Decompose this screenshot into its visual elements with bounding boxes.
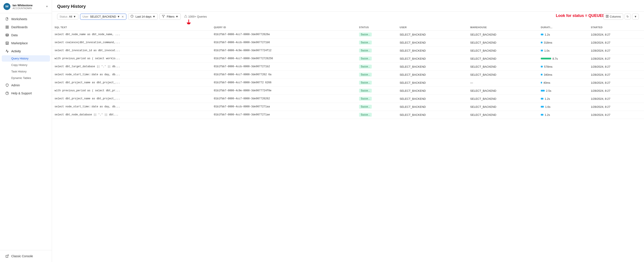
user-filter-label: User	[82, 15, 88, 18]
cell-user-1: SELECT_BACKEND	[397, 39, 468, 47]
page-header: Query History	[52, 0, 644, 12]
refresh-button[interactable]: ↻	[624, 14, 631, 20]
cell-sql-3: with previous_period as ( select worklo.…	[52, 55, 211, 63]
cell-status-6: Succe...	[356, 79, 397, 87]
table-row[interactable]: select coalesce(dbt_invocation_command,.…	[52, 39, 644, 47]
cell-started-10: 1/28/2024, 8:27	[588, 111, 644, 119]
cell-sql-6: select dbt_project_name as dbt_project_.…	[52, 79, 211, 87]
cell-query-id-2: 01b1fbb7-0000-4c9e-0000-3de9077724f12	[211, 47, 356, 55]
duration-value-9: 1.6s	[545, 105, 550, 108]
duration-bar-4	[541, 66, 543, 67]
table-row[interactable]: select dbt_project_name as dbt_project_.…	[52, 79, 644, 87]
clock-icon	[130, 15, 134, 19]
table-row[interactable]: with previous_period as ( select dbt_pr.…	[52, 87, 644, 95]
clear-user-filter-icon[interactable]: ✕	[122, 15, 124, 19]
status-badge-7: Succe...	[359, 89, 372, 93]
table-row[interactable]: select dbt_target_database || '.' || db.…	[52, 63, 644, 71]
cell-sql-4: select dbt_target_database || '.' || db.…	[52, 63, 211, 71]
cell-duration-4: 578ms	[538, 63, 588, 71]
cell-query-id-4: 01b1fbb7-0000-4ccb-0000-3de9077271b2	[211, 63, 356, 71]
time-filter-value: Last 14 days	[136, 15, 152, 18]
table-row[interactable]: select dbt_project_name as dbt_project_.…	[52, 95, 644, 103]
svg-rect-1	[6, 26, 7, 27]
chevron-down-icon: ▼	[117, 15, 120, 18]
cell-started-7: 1/28/2024, 8:27	[588, 87, 644, 95]
cell-duration-1: 318ms	[538, 39, 588, 47]
time-filter-button[interactable]: Last 14 days ▼	[128, 14, 158, 20]
status-badge-3: Succe...	[359, 57, 372, 61]
cell-started-4: 1/28/2024, 8:27	[588, 63, 644, 71]
status-badge-2: Succe...	[359, 49, 372, 53]
classic-console-label: Classic Console	[11, 254, 33, 258]
chevron-down-icon: ▼	[46, 5, 48, 8]
cell-started-6: 1/28/2024, 8:27	[588, 79, 644, 87]
grid-icon	[5, 25, 9, 29]
cell-duration-3: 8.7s	[538, 55, 588, 63]
cell-warehouse-7: SELECT_BACKEND	[468, 87, 538, 95]
cell-duration-10: 1.2s	[538, 111, 588, 119]
store-icon	[5, 41, 9, 45]
duration-bar-1	[541, 42, 542, 43]
sidebar-item-marketplace[interactable]: Marketplace	[2, 39, 50, 47]
sidebar-item-help[interactable]: Help & Support	[2, 89, 50, 97]
cell-duration-2: 1.0s	[538, 47, 588, 55]
cell-status-0: Succe...	[356, 31, 397, 39]
table-row[interactable]: select dbt_node_database || '.' || dbt..…	[52, 111, 644, 119]
sidebar-item-activity[interactable]: Activity	[2, 47, 50, 55]
sidebar-item-admin[interactable]: Admin	[2, 81, 50, 89]
cell-warehouse-2: SELECT_BACKEND	[468, 47, 538, 55]
cell-sql-5: select node_start_time::date as day, db.…	[52, 71, 211, 79]
sidebar-item-task-history[interactable]: Task History	[2, 68, 50, 75]
sidebar-footer: Classic Console	[0, 250, 52, 262]
task-history-label: Task History	[11, 70, 26, 73]
sidebar-item-worksheets[interactable]: Worksheets	[2, 15, 50, 23]
chevron-down-icon: ▼	[176, 15, 178, 18]
chevron-down-icon: ▼	[152, 15, 155, 18]
duration-bar-6	[541, 82, 542, 83]
status-filter-button[interactable]: Status All ▼	[57, 14, 78, 20]
duration-bar-2	[541, 50, 543, 51]
warning-icon	[184, 15, 187, 19]
svg-rect-3	[6, 27, 7, 28]
table-row[interactable]: select node_start_time::date as day, db.…	[52, 71, 644, 79]
sidebar: IW Ian Whitestone ACCOUNTADMIN ▼ Workshe…	[0, 0, 52, 262]
status-filter-value: All	[69, 15, 72, 18]
cell-status-2: Succe...	[356, 47, 397, 55]
duration-bar-9	[541, 106, 544, 107]
cell-status-10: Succe...	[356, 111, 397, 119]
duration-value-8: 1.2s	[545, 97, 550, 100]
cell-query-id-0: 01b1fbb7-0000-4cc7-0000-3de90772626e	[211, 31, 356, 39]
status-badge-1: Succe...	[359, 41, 372, 45]
filters-button[interactable]: Filters ▼	[160, 14, 181, 20]
sidebar-label-admin: Admin	[11, 83, 20, 87]
status-badge-5: Succe...	[359, 73, 372, 77]
cell-query-id-3: 01b1fbb7-0000-4cc7-0000-3de90772726256	[211, 55, 356, 63]
more-options-button[interactable]: ▼	[632, 14, 639, 20]
page-title: Query History	[57, 4, 639, 9]
table-row[interactable]: select dbt_invocation_id as dbt_invocat.…	[52, 47, 644, 55]
table-row[interactable]: with previous_period as ( select worklo.…	[52, 55, 644, 63]
sidebar-item-copy-history[interactable]: Copy History	[2, 62, 50, 68]
sidebar-item-dashboards[interactable]: Dashboards	[2, 23, 50, 31]
sidebar-item-data[interactable]: Data	[2, 31, 50, 39]
duration-bar-10	[541, 114, 544, 116]
user-menu[interactable]: IW Ian Whitestone ACCOUNTADMIN ▼	[0, 0, 52, 13]
col-header-query-id: QUERY ID	[211, 24, 356, 31]
status-filter-label: Status	[60, 15, 68, 18]
table-row[interactable]: select dbt_node_name as dbt_node_name, .…	[52, 31, 644, 39]
cell-warehouse-3: SELECT_BACKEND	[468, 55, 538, 63]
cell-started-3: 1/28/2024, 8:27	[588, 55, 644, 63]
user-filter-button[interactable]: User SELECT_BACKEND ▼ ✕	[80, 14, 126, 20]
query-history-table-container: SQL TEXT QUERY ID STATUS USER WAREHOUSE …	[52, 24, 644, 262]
sidebar-label-marketplace: Marketplace	[11, 41, 28, 45]
toolbar-right: Columns ↻ ▼	[603, 14, 639, 20]
status-badge-6: Succe...	[359, 81, 372, 85]
cell-warehouse-9: SELECT_BACKEND	[468, 103, 538, 111]
columns-button[interactable]: Columns	[603, 14, 623, 20]
sidebar-item-query-history[interactable]: Query History	[2, 55, 50, 62]
cell-user-3: SELECT_BACKEND	[397, 55, 468, 63]
table-row[interactable]: select node_start_time::date as day, db.…	[52, 103, 644, 111]
columns-label: Columns	[610, 15, 621, 18]
sidebar-item-dynamic-tables[interactable]: Dynamic Tables	[2, 75, 50, 81]
classic-console-link[interactable]: Classic Console	[2, 252, 50, 260]
